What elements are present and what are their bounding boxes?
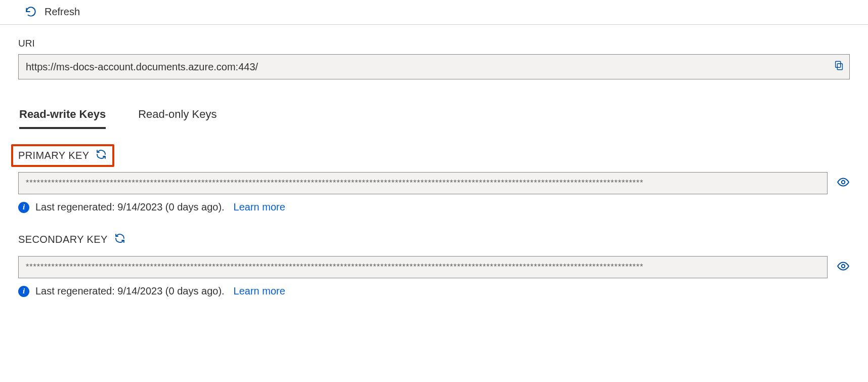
svg-point-2 [842,180,845,184]
regenerate-icon[interactable] [114,232,126,247]
svg-rect-0 [837,64,842,70]
secondary-key-row: ****************************************… [18,256,850,278]
tab-read-only[interactable]: Read-only Keys [138,108,216,129]
primary-info-text: Last regenerated: 9/14/2023 (0 days ago)… [35,201,225,213]
secondary-key-block: SECONDARY KEY **************************… [18,231,850,297]
toolbar: Refresh [0,0,868,25]
refresh-icon [24,5,37,18]
secondary-key-header: SECONDARY KEY [18,231,129,248]
primary-key-header: PRIMARY KEY [18,147,110,164]
tabs: Read-write Keys Read-only Keys [18,108,850,129]
info-icon: i [18,286,29,297]
uri-value[interactable]: https://ms-docs-account.documents.azure.… [18,54,850,79]
eye-icon[interactable] [837,176,850,191]
primary-key-row: ****************************************… [18,172,850,194]
info-icon: i [18,202,29,213]
copy-icon[interactable] [834,60,845,74]
regenerate-icon[interactable] [95,148,107,163]
tab-read-write[interactable]: Read-write Keys [19,108,106,129]
refresh-button[interactable]: Refresh [24,5,80,18]
keys-panel: Refresh URI https://ms-docs-account.docu… [0,0,868,317]
eye-icon[interactable] [837,260,850,275]
primary-info-row: i Last regenerated: 9/14/2023 (0 days ag… [18,201,850,213]
secondary-info-text: Last regenerated: 9/14/2023 (0 days ago)… [35,285,225,297]
secondary-key-label: SECONDARY KEY [18,234,108,245]
refresh-label: Refresh [45,6,80,18]
primary-key-block: PRIMARY KEY ****************************… [18,147,850,213]
learn-more-link[interactable]: Learn more [234,201,285,213]
primary-key-label: PRIMARY KEY [18,150,89,161]
svg-point-3 [842,264,845,268]
uri-label: URI [18,38,850,49]
uri-field-wrap: https://ms-docs-account.documents.azure.… [18,54,850,79]
secondary-key-value[interactable]: ****************************************… [18,256,828,278]
secondary-info-row: i Last regenerated: 9/14/2023 (0 days ag… [18,285,850,297]
svg-rect-1 [836,61,841,67]
primary-key-value[interactable]: ****************************************… [18,172,828,194]
learn-more-link[interactable]: Learn more [234,285,285,297]
